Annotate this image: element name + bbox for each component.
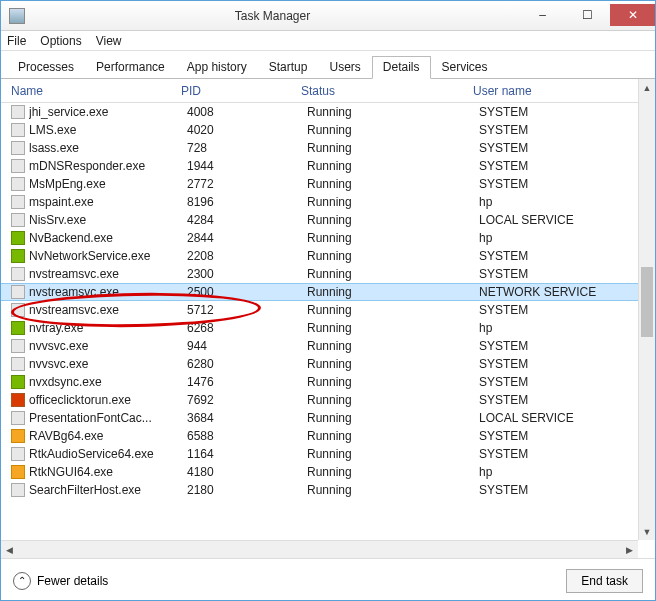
- table-row[interactable]: nvstreamsvc.exe5712RunningSYSTEM: [1, 301, 655, 319]
- fewer-details-button[interactable]: ⌃ Fewer details: [13, 572, 108, 590]
- menu-file[interactable]: File: [7, 34, 26, 48]
- footer: ⌃ Fewer details End task: [1, 558, 655, 601]
- cell-name: NisSrv.exe: [29, 213, 187, 227]
- tab-performance[interactable]: Performance: [85, 56, 176, 79]
- table-row[interactable]: RtkAudioService64.exe1164RunningSYSTEM: [1, 445, 655, 463]
- cell-pid: 2500: [187, 285, 307, 299]
- horizontal-scrollbar[interactable]: ◀ ▶: [1, 540, 638, 558]
- cell-pid: 8196: [187, 195, 307, 209]
- column-user[interactable]: User name: [473, 84, 655, 98]
- table-row[interactable]: mDNSResponder.exe1944RunningSYSTEM: [1, 157, 655, 175]
- table-row[interactable]: nvstreamsvc.exe2300RunningSYSTEM: [1, 265, 655, 283]
- menu-options[interactable]: Options: [40, 34, 81, 48]
- cell-pid: 6280: [187, 357, 307, 371]
- cell-pid: 2844: [187, 231, 307, 245]
- cell-status: Running: [307, 483, 479, 497]
- table-row[interactable]: nvstreamsvc.exe2500RunningNETWORK SERVIC…: [1, 283, 655, 301]
- cell-name: mDNSResponder.exe: [29, 159, 187, 173]
- cell-pid: 944: [187, 339, 307, 353]
- cell-pid: 4180: [187, 465, 307, 479]
- table-row[interactable]: nvvsvc.exe6280RunningSYSTEM: [1, 355, 655, 373]
- cell-user: hp: [479, 321, 655, 335]
- cell-pid: 4284: [187, 213, 307, 227]
- scroll-track[interactable]: [639, 96, 655, 523]
- cell-pid: 6588: [187, 429, 307, 443]
- process-icon: [11, 213, 25, 227]
- maximize-button[interactable]: ☐: [565, 4, 610, 26]
- table-row[interactable]: nvvsvc.exe944RunningSYSTEM: [1, 337, 655, 355]
- menu-view[interactable]: View: [96, 34, 122, 48]
- menubar: File Options View: [1, 31, 655, 51]
- table-row[interactable]: mspaint.exe8196Runninghp: [1, 193, 655, 211]
- tabs: Processes Performance App history Startu…: [1, 51, 655, 79]
- cell-status: Running: [307, 321, 479, 335]
- scroll-up-icon[interactable]: ▲: [639, 79, 655, 96]
- cell-pid: 3684: [187, 411, 307, 425]
- cell-name: RtkAudioService64.exe: [29, 447, 187, 461]
- cell-user: SYSTEM: [479, 393, 655, 407]
- table-row[interactable]: nvxdsync.exe1476RunningSYSTEM: [1, 373, 655, 391]
- table-row[interactable]: SearchFilterHost.exe2180RunningSYSTEM: [1, 481, 655, 499]
- tab-details[interactable]: Details: [372, 56, 431, 79]
- cell-name: nvstreamsvc.exe: [29, 267, 187, 281]
- tab-startup[interactable]: Startup: [258, 56, 319, 79]
- column-status[interactable]: Status: [301, 84, 473, 98]
- cell-name: NvNetworkService.exe: [29, 249, 187, 263]
- vertical-scrollbar[interactable]: ▲ ▼: [638, 79, 655, 540]
- cell-status: Running: [307, 375, 479, 389]
- table-row[interactable]: RtkNGUI64.exe4180Runninghp: [1, 463, 655, 481]
- cell-name: lsass.exe: [29, 141, 187, 155]
- scroll-thumb[interactable]: [641, 267, 653, 337]
- cell-status: Running: [307, 285, 479, 299]
- tab-users[interactable]: Users: [318, 56, 371, 79]
- cell-user: hp: [479, 231, 655, 245]
- end-task-button[interactable]: End task: [566, 569, 643, 593]
- rows-container: jhi_service.exe4008RunningSYSTEMLMS.exe4…: [1, 103, 655, 558]
- cell-name: nvtray.exe: [29, 321, 187, 335]
- cell-status: Running: [307, 123, 479, 137]
- table-row[interactable]: jhi_service.exe4008RunningSYSTEM: [1, 103, 655, 121]
- app-icon: [9, 8, 25, 24]
- cell-user: SYSTEM: [479, 375, 655, 389]
- cell-pid: 5712: [187, 303, 307, 317]
- cell-user: hp: [479, 465, 655, 479]
- table-row[interactable]: RAVBg64.exe6588RunningSYSTEM: [1, 427, 655, 445]
- tab-app-history[interactable]: App history: [176, 56, 258, 79]
- cell-status: Running: [307, 429, 479, 443]
- column-name[interactable]: Name: [11, 84, 181, 98]
- cell-name: nvxdsync.exe: [29, 375, 187, 389]
- cell-pid: 7692: [187, 393, 307, 407]
- scroll-right-icon[interactable]: ▶: [621, 541, 638, 558]
- cell-user: SYSTEM: [479, 141, 655, 155]
- tab-services[interactable]: Services: [431, 56, 499, 79]
- process-icon: [11, 357, 25, 371]
- column-pid[interactable]: PID: [181, 84, 301, 98]
- cell-status: Running: [307, 267, 479, 281]
- table-row[interactable]: NvNetworkService.exe2208RunningSYSTEM: [1, 247, 655, 265]
- table-row[interactable]: NisSrv.exe4284RunningLOCAL SERVICE: [1, 211, 655, 229]
- cell-user: SYSTEM: [479, 105, 655, 119]
- scroll-down-icon[interactable]: ▼: [639, 523, 655, 540]
- table-row[interactable]: MsMpEng.exe2772RunningSYSTEM: [1, 175, 655, 193]
- table-row[interactable]: NvBackend.exe2844Runninghp: [1, 229, 655, 247]
- table-row[interactable]: nvtray.exe6268Runninghp: [1, 319, 655, 337]
- cell-user: hp: [479, 195, 655, 209]
- cell-status: Running: [307, 213, 479, 227]
- close-button[interactable]: ✕: [610, 4, 655, 26]
- cell-name: nvvsvc.exe: [29, 339, 187, 353]
- cell-pid: 4008: [187, 105, 307, 119]
- table-row[interactable]: LMS.exe4020RunningSYSTEM: [1, 121, 655, 139]
- process-icon: [11, 393, 25, 407]
- cell-pid: 2180: [187, 483, 307, 497]
- cell-name: MsMpEng.exe: [29, 177, 187, 191]
- cell-status: Running: [307, 231, 479, 245]
- process-icon: [11, 321, 25, 335]
- table-row[interactable]: PresentationFontCac...3684RunningLOCAL S…: [1, 409, 655, 427]
- table-row[interactable]: lsass.exe728RunningSYSTEM: [1, 139, 655, 157]
- table-row[interactable]: officeclicktorun.exe7692RunningSYSTEM: [1, 391, 655, 409]
- cell-name: SearchFilterHost.exe: [29, 483, 187, 497]
- cell-user: SYSTEM: [479, 447, 655, 461]
- minimize-button[interactable]: –: [520, 4, 565, 26]
- tab-processes[interactable]: Processes: [7, 56, 85, 79]
- scroll-left-icon[interactable]: ◀: [1, 541, 18, 558]
